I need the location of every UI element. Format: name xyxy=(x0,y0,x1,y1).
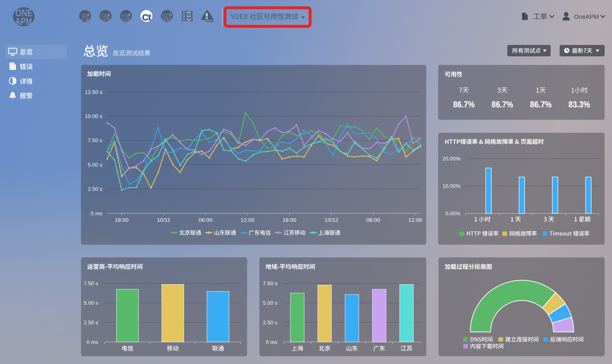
svg-text:18:00: 18:00 xyxy=(283,217,297,223)
svg-text:10.00 s: 10.00 s xyxy=(85,113,102,119)
svg-text:0 ms: 0 ms xyxy=(91,210,103,217)
svg-text:Ct: Ct xyxy=(142,13,151,22)
svg-text:12:00: 12:00 xyxy=(408,217,422,223)
svg-text:7.50 s: 7.50 s xyxy=(84,280,99,286)
svg-text:0 ms: 0 ms xyxy=(87,339,99,345)
svg-text:7.50 s: 7.50 s xyxy=(88,137,103,143)
svg-text:06:00: 06:00 xyxy=(367,217,380,223)
svg-text:APM: APM xyxy=(15,16,32,27)
svg-text:18:00: 18:00 xyxy=(115,217,129,223)
svg-text:2.50 s: 2.50 s xyxy=(263,319,278,326)
svg-text:Bi: Bi xyxy=(101,13,110,22)
svg-text:5.00 s: 5.00 s xyxy=(263,300,278,306)
svg-text:86.7%: 86.7% xyxy=(453,99,475,109)
svg-text:Ci: Ci xyxy=(122,13,130,22)
svg-text:86.7%: 86.7% xyxy=(492,99,513,109)
svg-text:7.50 s: 7.50 s xyxy=(263,280,278,286)
svg-text:0.00%: 0.00% xyxy=(446,210,461,217)
svg-text:5.00 s: 5.00 s xyxy=(88,162,103,168)
svg-text:86.7%: 86.7% xyxy=(530,99,552,109)
svg-text:2.50 s: 2.50 s xyxy=(84,319,99,326)
svg-text:12.50 s: 12.50 s xyxy=(85,89,102,95)
svg-text:OneAPM: OneAPM xyxy=(574,13,599,20)
svg-text:Mi: Mi xyxy=(162,13,172,22)
svg-text:06:00: 06:00 xyxy=(199,217,213,223)
svg-text:10.00%: 10.00% xyxy=(442,183,461,189)
svg-text:5.00 s: 5.00 s xyxy=(84,300,99,306)
svg-text:12:00: 12:00 xyxy=(241,217,254,223)
svg-text:0 ms: 0 ms xyxy=(266,339,278,345)
svg-text:2.50 s: 2.50 s xyxy=(88,186,103,192)
svg-text:10/11: 10/11 xyxy=(157,217,171,223)
svg-text:83.3%: 83.3% xyxy=(569,99,590,109)
svg-text:20.00%: 20.00% xyxy=(442,156,461,162)
svg-text:10/12: 10/12 xyxy=(324,217,338,223)
svg-text:Ai: Ai xyxy=(81,13,90,22)
